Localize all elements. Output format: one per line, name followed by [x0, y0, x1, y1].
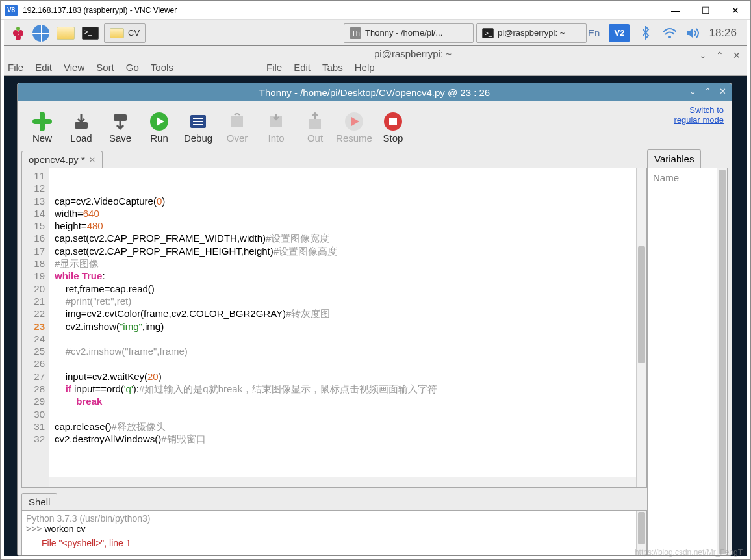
bg-minimize-icon[interactable]: ⌄	[699, 50, 707, 60]
fm-menu-sort[interactable]: Sort	[96, 62, 114, 73]
terminal-icon[interactable]	[79, 23, 101, 43]
fm-menu-file[interactable]: File	[8, 62, 23, 73]
fm-menu-view[interactable]: View	[64, 62, 84, 73]
term-menu-tabs[interactable]: Tabs	[322, 62, 343, 73]
volume-icon[interactable]	[685, 26, 700, 40]
browser-icon[interactable]	[30, 23, 52, 43]
thonny-close-icon[interactable]: ✕	[719, 86, 726, 96]
shell-panel[interactable]: Python 3.7.3 (/usr/bin/python3) >>> work…	[21, 510, 647, 555]
background-window-strip: pi@raspberrypi: ~ ⌄ ⌃ ✕ FileEditViewSort…	[4, 46, 747, 76]
vnc-title: 192.168.137.183 (raspberrypi) - VNC View…	[23, 6, 177, 15]
svg-rect-8	[114, 114, 127, 121]
vnc-close-button[interactable]: ✕	[720, 1, 750, 19]
term-menu-file[interactable]: File	[266, 62, 282, 73]
run-button[interactable]: Run	[140, 109, 179, 144]
stop-button[interactable]: Stop	[374, 109, 413, 144]
remote-desktop: CV Th Thonny - /home/pi/... pi@raspberry…	[4, 20, 747, 556]
shell-header: Python 3.7.3 (/usr/bin/python3)	[26, 513, 643, 524]
file-manager-icon[interactable]	[55, 23, 77, 43]
thonny-maximize-icon[interactable]: ⌃	[704, 86, 711, 96]
bg-close-icon[interactable]: ✕	[733, 50, 741, 60]
svg-point-0	[16, 27, 20, 31]
bluetooth-icon[interactable]	[639, 26, 653, 40]
code-line-15[interactable]: height=480	[49, 220, 646, 232]
vnc-titlebar[interactable]: V8 192.168.137.183 (raspberrypi) - VNC V…	[1, 1, 750, 20]
code-line-12[interactable]	[49, 182, 646, 194]
load-button[interactable]: Load	[62, 109, 101, 144]
code-editor[interactable]: 1112131415161718192021222324252627282930…	[21, 168, 647, 488]
debug-button[interactable]: Debug	[179, 109, 218, 144]
fm-menu-go[interactable]: Go	[126, 62, 139, 73]
fm-menu-tools[interactable]: Tools	[151, 62, 173, 73]
code-line-28[interactable]: if input==ord('q'):#如过输入的是q就break，结束图像显示…	[49, 383, 646, 395]
variables-scrollbar[interactable]	[717, 168, 727, 555]
svg-rect-16	[309, 119, 321, 129]
line-gutter: 1112131415161718192021222324252627282930…	[22, 168, 49, 487]
resume-button: Resume	[335, 109, 374, 144]
code-line-29[interactable]: break	[49, 395, 646, 407]
code-line-26[interactable]	[49, 357, 646, 370]
vnc-viewer-window: V8 192.168.137.183 (raspberrypi) - VNC V…	[0, 0, 751, 560]
thonny-toolbar: New Load Save Run Debug	[18, 101, 732, 149]
code-line-17[interactable]: cap.set(cv2.CAP_PROP_FRAME_HEIGHT,height…	[49, 245, 646, 257]
watermark: https://blog.csdn.net/Mr_FengT	[635, 548, 743, 557]
over-button: Over	[218, 109, 257, 144]
wifi-icon[interactable]	[662, 26, 676, 40]
vnc-minimize-button[interactable]: —	[661, 1, 691, 19]
horizontal-scrollbar[interactable]	[49, 477, 636, 487]
code-area[interactable]: cap=cv2.VideoCapture(0)width=640height=4…	[49, 168, 646, 487]
code-line-21[interactable]: #print("ret:",ret)	[49, 295, 646, 307]
term-menu-edit[interactable]: Edit	[294, 62, 311, 73]
shell-tab[interactable]: Shell	[21, 493, 57, 510]
save-button[interactable]: Save	[101, 109, 140, 144]
code-line-20[interactable]: ret,frame=cap.read()	[49, 283, 646, 295]
thonny-minimize-icon[interactable]: ⌄	[689, 86, 696, 96]
language-indicator[interactable]: En	[588, 27, 600, 38]
svg-rect-14	[231, 116, 243, 127]
svg-text:Th: Th	[351, 29, 360, 37]
fm-menu-edit[interactable]: Edit	[35, 62, 52, 73]
vnc-app-icon: V8	[5, 5, 18, 16]
thonny-titlebar[interactable]: Thonny - /home/pi/Desktop/CV/opencv4.py …	[18, 83, 732, 101]
code-line-25[interactable]: #cv2.imshow("frame",frame)	[49, 345, 646, 357]
variables-name-header: Name	[648, 168, 727, 187]
code-line-23[interactable]: cv2.imshow("img",img)	[49, 320, 646, 333]
taskbar-task-thonny[interactable]: Th Thonny - /home/pi/...	[344, 23, 474, 43]
taskbar-folder-cv[interactable]: CV	[104, 23, 146, 43]
svg-point-6	[668, 36, 671, 38]
term-menu-help[interactable]: Help	[355, 62, 375, 73]
into-button: Into	[257, 109, 296, 144]
close-tab-icon[interactable]: ✕	[89, 155, 95, 164]
raspberry-menu-icon[interactable]	[8, 23, 29, 44]
pi-taskbar: CV Th Thonny - /home/pi/... pi@raspberry…	[4, 20, 747, 46]
variables-panel: Name	[647, 168, 728, 555]
out-button: Out	[296, 109, 335, 144]
switch-mode-link[interactable]: Switch to regular mode	[674, 105, 724, 125]
code-line-27[interactable]: input=cv2.waitKey(20)	[49, 370, 646, 383]
svg-rect-19	[389, 118, 397, 125]
svg-point-3	[16, 35, 21, 40]
code-line-32[interactable]: cv2.destroyAllWindows()#销毁窗口	[49, 433, 646, 445]
thonny-window: Thonny - /home/pi/Desktop/CV/opencv4.py …	[17, 83, 732, 556]
code-line-24[interactable]	[49, 333, 646, 345]
new-button[interactable]: New	[23, 109, 62, 144]
editor-tab[interactable]: opencv4.py * ✕	[21, 151, 103, 168]
code-line-31[interactable]: cap.release()#释放摄像头	[49, 420, 646, 433]
taskbar-task-terminal[interactable]: pi@raspberrypi: ~	[476, 23, 587, 43]
terminal-title: pi@raspberrypi: ~	[374, 46, 747, 59]
code-line-13[interactable]: cap=cv2.VideoCapture(0)	[49, 195, 646, 207]
code-line-22[interactable]: img=cv2.cvtColor(frame,cv2.COLOR_BGR2GRA…	[49, 307, 646, 320]
shell-error: File "<pyshell>", line 1	[42, 538, 643, 548]
code-line-11[interactable]	[49, 170, 646, 182]
code-line-18[interactable]: #显示图像	[49, 257, 646, 270]
code-line-16[interactable]: cap.set(cv2.CAP_PROP_FRAME_WIDTH,width)#…	[49, 232, 646, 244]
vnc-maximize-button[interactable]: ☐	[691, 1, 720, 19]
code-line-30[interactable]	[49, 408, 646, 420]
code-line-19[interactable]: while True:	[49, 270, 646, 282]
vertical-scrollbar[interactable]	[636, 168, 646, 487]
code-line-14[interactable]: width=640	[49, 207, 646, 220]
variables-tab[interactable]: Variables	[647, 149, 701, 168]
vnc-tray-icon[interactable]: V2	[609, 24, 630, 42]
bg-maximize-icon[interactable]: ⌃	[716, 50, 724, 60]
clock[interactable]: 18:26	[709, 27, 737, 40]
